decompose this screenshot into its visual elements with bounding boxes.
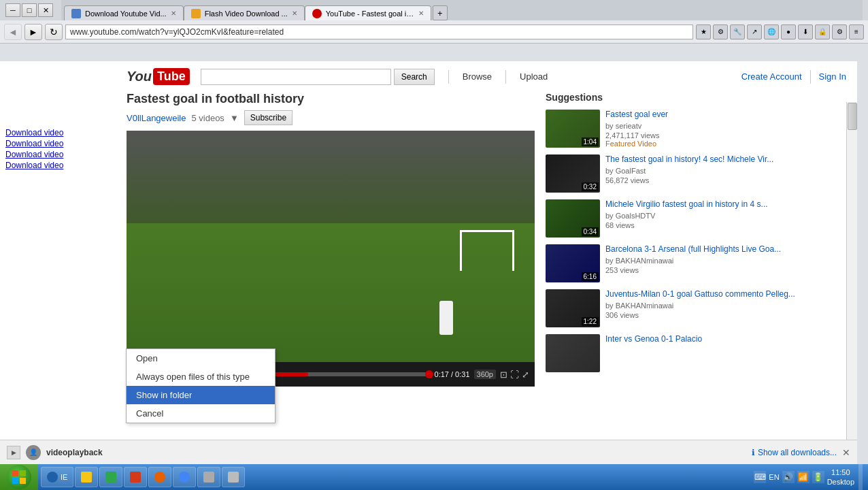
tab-favicon-3 (312, 9, 322, 18)
back-button[interactable]: ◄ (4, 24, 22, 40)
battery-icon[interactable]: 🔋 (812, 471, 824, 483)
show-desktop-button[interactable] (858, 464, 863, 490)
thumb-wrap-2: 0:32 (546, 154, 600, 193)
bookmark-icon[interactable]: ★ (696, 24, 711, 39)
tools-icon-8[interactable]: ⚙ (832, 24, 847, 39)
logo-you: You (127, 69, 152, 84)
search-button[interactable]: Search (394, 69, 435, 85)
volume-icon[interactable]: 🔊 (782, 471, 795, 483)
show-all-downloads[interactable]: ℹ Show all downloads... (752, 448, 837, 457)
sign-in-link[interactable]: Sign In (819, 71, 846, 82)
sugg-title-4[interactable]: Barcelona 3-1 Arsenal (full Highlights L… (605, 244, 846, 255)
tools-icon-7[interactable]: 🔒 (815, 24, 830, 39)
player-figure (439, 301, 453, 335)
taskbar-chrome[interactable] (173, 467, 196, 487)
tools-icon-6[interactable]: ⬇ (798, 24, 813, 39)
channel-link[interactable]: V0llLangeweile (127, 113, 186, 123)
download-link-3[interactable]: Download video (0, 149, 116, 160)
app2-icon (228, 472, 239, 483)
tab-close-1[interactable]: ✕ (171, 10, 176, 17)
scrollbar-thumb[interactable] (848, 103, 857, 130)
expand-icon[interactable]: ⤢ (522, 370, 529, 380)
create-account-link[interactable]: Create Account (741, 71, 802, 82)
taskbar-ie-label: IE (61, 473, 67, 481)
upload-link[interactable]: Upload (520, 71, 548, 82)
yt-header: YouTube Search Browse Upload Create Acco… (116, 61, 857, 92)
popout-icon[interactable]: ⊡ (500, 370, 507, 380)
taskbar-firefox[interactable] (148, 467, 171, 487)
fullscreen-icon[interactable]: ⛶ (510, 370, 519, 380)
address-bar[interactable]: www.youtube.com/watch?v=ylQJO2cmKvI&feat… (65, 24, 693, 39)
new-tab-button[interactable]: + (433, 5, 448, 20)
tab-bar: Download Youtube Vid... ✕ Flash Video Do… (61, 0, 863, 20)
maximize-button[interactable]: □ (22, 3, 37, 17)
suggestion-item-4[interactable]: 6:16 Barcelona 3-1 Arsenal (full Highlig… (546, 244, 846, 282)
sugg-meta-4: by BAKHANminawai (605, 257, 846, 265)
download-link-1[interactable]: Download video (0, 127, 116, 138)
quality-badge[interactable]: 360p (474, 370, 496, 379)
ctx-always-open[interactable]: Always open files of this type (127, 368, 275, 386)
tools-icon-3[interactable]: ↗ (747, 24, 762, 39)
sugg-title-2[interactable]: The fastest goal in history! 4 sec! Mich… (605, 154, 846, 165)
app1-icon (203, 472, 214, 483)
search-input[interactable] (201, 69, 391, 85)
tab-close-2[interactable]: ✕ (292, 10, 297, 17)
ctx-cancel[interactable]: Cancel (127, 404, 275, 423)
thumb-wrap-3: 0:34 (546, 199, 600, 238)
tools-icon-9[interactable]: ≡ (849, 24, 864, 39)
ctx-show-folder[interactable]: Show in folder (127, 386, 275, 404)
tab-flash-video[interactable]: Flash Video Download ... ✕ (184, 5, 305, 20)
tab-youtube-active[interactable]: YouTube - Fastest goal in... ✕ (305, 5, 431, 20)
subscribe-button[interactable]: Subscribe (244, 110, 293, 125)
suggestion-item-5[interactable]: 1:22 Juventus-Milan 0-1 goal Gattuso com… (546, 289, 846, 327)
sugg-views-5: 306 views (605, 311, 846, 319)
taskbar-ie[interactable]: IE (41, 467, 73, 487)
video-player[interactable]: ▶ 🔊 0:17 / 0:31 360p ⊡ ⛶ (127, 131, 535, 362)
sugg-title-3[interactable]: Michele Virgilio fastest goal in history… (605, 199, 846, 210)
suggestion-item-3[interactable]: 0:34 Michele Virgilio fastest goal in hi… (546, 199, 846, 238)
ctx-open[interactable]: Open (127, 349, 275, 368)
suggestion-item-2[interactable]: 0:32 The fastest goal in history! 4 sec!… (546, 154, 846, 193)
scrollbar[interactable] (846, 102, 857, 464)
sugg-title-5[interactable]: Juventus-Milan 0-1 goal Gattuso commento… (605, 289, 846, 300)
download-link-4[interactable]: Download video (0, 160, 116, 171)
tools-icon-1[interactable]: ⚙ (713, 24, 728, 39)
tab-close-3[interactable]: ✕ (418, 10, 424, 17)
suggestion-item-1[interactable]: 1:04 Fastest goal ever by serieatv 2,471… (546, 110, 846, 148)
video-count-dropdown[interactable]: ▼ (230, 113, 239, 123)
video-channel: V0llLangeweile 5 videos ▼ Subscribe (127, 110, 535, 125)
separator-1 (448, 70, 449, 84)
tools-icon-5[interactable]: ● (781, 24, 796, 39)
minimize-button[interactable]: ─ (5, 3, 20, 17)
sugg-title-6[interactable]: Inter vs Genoa 0-1 Palacio (605, 334, 846, 345)
download-bar-close[interactable]: ✕ (842, 447, 850, 458)
separator-2 (505, 70, 506, 84)
wmp-icon (130, 472, 141, 483)
browser-frame: ─ □ ✕ Download Youtube Vid... ✕ Flash Vi… (0, 0, 868, 490)
thumb-wrap-4: 6:16 (546, 244, 600, 282)
page-content: Download video Download video Download v… (0, 61, 857, 464)
suggestion-item-6[interactable]: Inter vs Genoa 0-1 Palacio (546, 334, 846, 372)
close-button[interactable]: ✕ (38, 3, 53, 17)
taskbar-app1[interactable] (197, 467, 220, 487)
tools-icon-4[interactable]: 🌐 (764, 24, 779, 39)
taskbar-explorer[interactable] (75, 467, 98, 487)
sugg-meta-2: by GoalFast (605, 167, 846, 175)
clock-label: Desktop (827, 477, 854, 487)
refresh-button[interactable]: ↻ (45, 24, 63, 40)
start-button[interactable] (0, 464, 38, 490)
tools-icon-2[interactable]: 🔧 (730, 24, 745, 39)
taskbar-wmp[interactable] (124, 467, 147, 487)
network-icon[interactable]: 📶 (797, 471, 809, 483)
keyboard-icon[interactable]: ⌨ (754, 471, 766, 483)
browse-link[interactable]: Browse (463, 71, 492, 82)
tab-download-youtube[interactable]: Download Youtube Vid... ✕ (64, 5, 184, 20)
taskbar-app2[interactable] (222, 467, 245, 487)
tab-favicon-2 (191, 9, 201, 18)
forward-button[interactable]: ► (24, 24, 42, 40)
taskbar-media[interactable] (99, 467, 122, 487)
download-link-2[interactable]: Download video (0, 138, 116, 149)
download-file-icon: ▶ (7, 446, 20, 459)
language-indicator[interactable]: EN (769, 473, 779, 481)
sugg-title-1[interactable]: Fastest goal ever (605, 110, 846, 120)
